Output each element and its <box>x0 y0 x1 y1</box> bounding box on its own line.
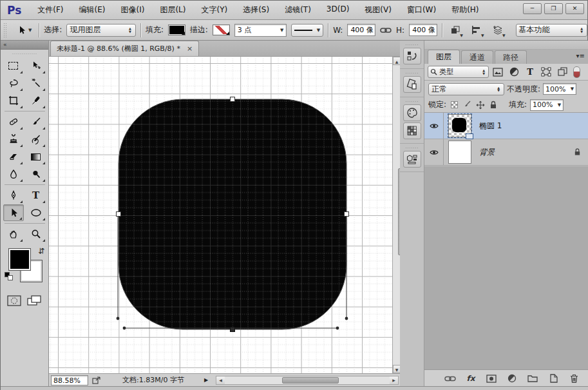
path-selection-tool[interactable] <box>3 204 24 221</box>
pen-tool[interactable] <box>3 187 24 204</box>
opacity-input[interactable]: 100% ▼ <box>543 83 576 95</box>
shape-height-input[interactable]: 400 像 <box>409 24 437 36</box>
chevron-down-icon[interactable]: ▼ <box>571 86 574 92</box>
crop-tool[interactable] <box>3 92 24 109</box>
eraser-tool[interactable] <box>3 148 24 165</box>
panel-menu-icon[interactable]: ▾≡ <box>576 52 585 59</box>
blur-tool[interactable] <box>3 166 24 182</box>
layer-row-background[interactable]: 背景 <box>424 139 588 166</box>
visibility-toggle[interactable] <box>424 113 444 139</box>
path-operations-button[interactable]: ▼ <box>447 23 464 37</box>
layers-panel-grip[interactable] <box>424 41 588 50</box>
visibility-toggle[interactable] <box>424 139 444 165</box>
dock-grip[interactable] <box>405 146 419 150</box>
layer-style-button[interactable]: fx <box>464 372 478 385</box>
tab-channels[interactable]: 通道 <box>461 50 493 64</box>
fill-color-swatch[interactable] <box>168 24 185 35</box>
tab-paths[interactable]: 路径 <box>495 50 527 64</box>
delete-layer-button[interactable] <box>567 372 581 385</box>
tool-panel-collapse[interactable]: « <box>1 41 48 50</box>
default-colors-icon[interactable] <box>5 272 13 280</box>
layer-name[interactable]: 椭圆 1 <box>479 121 502 132</box>
stroke-color-swatch[interactable] <box>213 24 230 35</box>
properties-panel-button[interactable] <box>403 76 421 93</box>
history-brush-tool[interactable] <box>26 131 46 148</box>
filter-adjustment-layers-button[interactable] <box>507 66 521 79</box>
lock-transparency-button[interactable] <box>450 100 459 110</box>
layer-row-ellipse-1[interactable]: 椭圆 1 <box>424 113 588 139</box>
menu-image[interactable]: 图像(I) <box>114 2 152 18</box>
menu-select[interactable]: 选择(S) <box>236 2 276 18</box>
tool-panel-grip[interactable] <box>12 51 37 56</box>
menu-layer[interactable]: 图层(L) <box>153 2 193 18</box>
dock-grip[interactable] <box>405 43 419 46</box>
scroll-right-icon[interactable]: ▶ <box>390 376 398 384</box>
path-alignment-button[interactable]: ▼ <box>468 23 485 37</box>
layer-filter-dropdown[interactable]: 类型 ▲▼ <box>428 66 489 78</box>
menu-edit[interactable]: 编辑(E) <box>72 2 113 18</box>
scroll-left-icon[interactable]: ◀ <box>216 376 225 384</box>
blend-mode-dropdown[interactable]: 正常 ▲▼ <box>428 83 504 95</box>
lasso-tool[interactable] <box>3 75 24 92</box>
minimize-button[interactable]: ─ <box>523 3 542 14</box>
options-bar-grip[interactable] <box>3 23 7 38</box>
swatches-panel-button[interactable] <box>403 122 421 139</box>
color-panel-button[interactable] <box>403 104 421 121</box>
lock-all-button[interactable] <box>488 100 498 110</box>
filter-shape-layers-button[interactable] <box>539 66 553 79</box>
move-tool[interactable] <box>26 57 46 74</box>
hand-tool[interactable] <box>3 226 24 242</box>
eyedropper-tool[interactable] <box>26 92 46 109</box>
link-dimensions-icon[interactable] <box>380 26 392 34</box>
menu-window[interactable]: 窗口(W) <box>400 2 443 18</box>
lock-pixels-button[interactable] <box>462 100 472 110</box>
shape-width-input[interactable]: 400 像 <box>347 24 375 36</box>
new-layer-button[interactable] <box>546 372 560 385</box>
path-arrangement-button[interactable]: ▼ <box>489 23 506 37</box>
horizontal-scroll-thumb[interactable] <box>282 377 339 384</box>
stroke-width-combo[interactable]: 3 点 ▼ <box>234 24 287 37</box>
close-tab-icon[interactable]: × <box>187 44 193 53</box>
menu-3d[interactable]: 3D(D) <box>319 2 356 18</box>
menu-help[interactable]: 帮助(H) <box>444 2 486 18</box>
adjustments-panel-button[interactable] <box>403 151 421 168</box>
fill-opacity-input[interactable]: 100% ▼ <box>530 99 564 111</box>
dock-grip[interactable] <box>405 99 419 103</box>
close-button[interactable]: ✕ <box>565 3 584 14</box>
dodge-tool[interactable] <box>26 166 46 182</box>
filter-smart-objects-button[interactable] <box>555 66 569 79</box>
swap-colors-icon[interactable]: ⇆ <box>37 248 46 254</box>
link-layers-button[interactable] <box>443 372 457 385</box>
workspace-switcher[interactable]: 基本功能 ▲▼ <box>516 24 587 37</box>
chevron-down-icon[interactable]: ▼ <box>558 102 561 108</box>
spot-healing-brush-tool[interactable] <box>3 113 24 130</box>
vertical-scrollbar[interactable]: ▲ ▼ <box>392 57 400 373</box>
layer-name[interactable]: 背景 <box>479 147 495 158</box>
zoom-level-input[interactable]: 88.58% <box>51 375 88 385</box>
type-tool[interactable]: T <box>26 187 46 204</box>
layer-filter-toggle[interactable] <box>573 66 580 78</box>
maximize-button[interactable]: ❐ <box>544 3 563 14</box>
menu-view[interactable]: 视图(V) <box>357 2 399 18</box>
gradient-tool[interactable] <box>26 148 46 165</box>
ellipse-shape-tool[interactable] <box>26 204 46 221</box>
select-mode-dropdown[interactable]: 现用图层 ▲▼ <box>66 24 135 37</box>
zoom-tool[interactable] <box>26 226 46 242</box>
magic-wand-tool[interactable] <box>26 75 46 92</box>
stroke-type-dropdown[interactable]: ▼ <box>291 24 323 37</box>
screen-mode-icon[interactable] <box>26 295 42 306</box>
document-tab[interactable]: 未标题-1 @ 88.6% (椭圆 1, RGB/8) * × <box>50 41 199 56</box>
status-menu-icon[interactable]: ▶ <box>202 375 211 385</box>
quick-mask-icon[interactable] <box>7 295 21 306</box>
layer-thumbnail[interactable] <box>448 141 471 164</box>
add-layer-mask-button[interactable] <box>484 372 498 385</box>
tab-layers[interactable]: 图层 <box>428 50 460 64</box>
clone-stamp-tool[interactable] <box>3 131 24 148</box>
dock-grip[interactable] <box>405 71 419 75</box>
document-size-info[interactable]: 文档:1.83M/0 字节 <box>105 375 202 385</box>
brush-tool[interactable] <box>26 113 46 130</box>
menu-type[interactable]: 文字(Y) <box>194 2 234 18</box>
export-arrow-icon[interactable] <box>92 376 101 384</box>
menu-file[interactable]: 文件(F) <box>30 2 70 18</box>
rectangular-marquee-tool[interactable] <box>3 57 24 74</box>
